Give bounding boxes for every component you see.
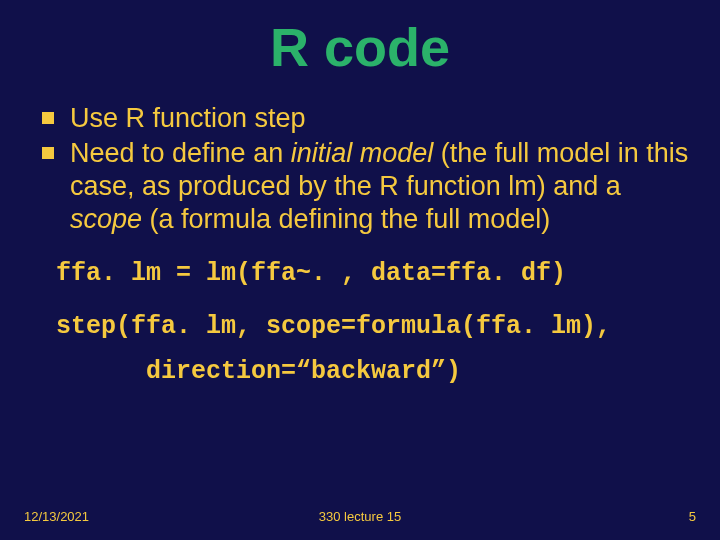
footer-date: 12/13/2021 [24, 509, 89, 524]
bullet-text-italic: initial model [291, 138, 434, 168]
code-block: ffa. lm = lm(ffa~. , data=ffa. df) step(… [28, 258, 692, 388]
bullet-text-pre: Need to define an [70, 138, 291, 168]
bullet-text-post: (a formula defining the full model) [142, 204, 550, 234]
bullet-list: Use R function step Need to define an in… [28, 102, 692, 236]
footer-page: 5 [689, 509, 696, 524]
code-line: step(ffa. lm, scope=formula(ffa. lm), [56, 311, 692, 342]
bullet-item: Need to define an initial model (the ful… [42, 137, 692, 236]
footer: 12/13/2021 330 lecture 15 5 [0, 509, 720, 524]
bullet-item: Use R function step [42, 102, 692, 135]
slide: R code Use R function step Need to defin… [0, 0, 720, 540]
bullet-text: Use R function step [70, 103, 306, 133]
footer-center: 330 lecture 15 [319, 509, 401, 524]
code-line: direction=“backward”) [56, 356, 692, 387]
code-line: ffa. lm = lm(ffa~. , data=ffa. df) [56, 258, 692, 289]
bullet-text-italic2: scope [70, 204, 142, 234]
slide-title: R code [28, 16, 692, 78]
